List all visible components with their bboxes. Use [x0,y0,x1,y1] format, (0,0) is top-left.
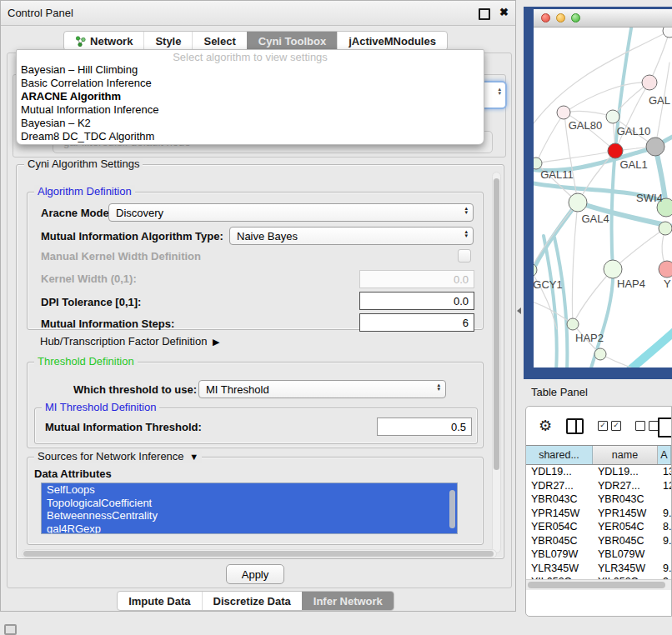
table-cell[interactable]: 9. [658,534,671,548]
close-traffic-light-icon[interactable] [541,13,550,22]
dpi-tolerance-field[interactable]: 0.0 [359,292,474,310]
hub-definition-expander[interactable]: Hub/Transcription Factor Definition ▶ [40,335,220,348]
node-label-hap4: HAP4 [617,278,645,290]
mi-threshold-field[interactable]: 0.5 [377,418,472,436]
minimize-traffic-light-icon[interactable] [556,13,565,22]
tab-style[interactable]: Style [143,32,192,50]
document-icon[interactable] [658,418,672,438]
combo-stepper-icon: ▴▾ [437,382,440,391]
algorithm-option-dream8-dc-tdc-algorithm[interactable]: Dream8 DC_TDC Algorithm [21,130,154,143]
settings-horizontal-scrollbar-thumb[interactable] [23,551,494,557]
network-node-hap2[interactable] [567,318,579,330]
network-node-gal80[interactable] [557,106,570,119]
table-row[interactable]: YBL079WYBL079W [526,548,671,562]
attribute-item-selfloops[interactable]: SelfLoops [42,483,457,497]
table-cell[interactable]: 9. [658,507,671,521]
select-all-columns-icon[interactable]: ✓✓ [598,421,621,431]
deselect-all-columns-icon[interactable] [635,421,659,431]
algorithm-option-bayesian-k2[interactable]: Bayesian – K2 [21,117,91,130]
table-row[interactable]: YDL19...YDL19...13 [526,465,671,479]
table-row[interactable]: YBR045CYBR045C9. [526,534,671,548]
table-cell[interactable]: 9. [658,562,671,576]
which-threshold-combo[interactable]: MI Threshold ▴▾ [198,380,446,398]
table-cell[interactable]: YBL079W [593,548,658,562]
tab-select[interactable]: Select [192,32,246,50]
network-node[interactable] [594,348,606,360]
table-cell[interactable]: YDL19... [526,465,593,479]
table-row[interactable]: YER054CYER054C8. [526,520,671,534]
table-cell[interactable]: YPR145W [593,507,658,521]
table-row[interactable]: YLR345WYLR345W9. [526,562,671,576]
attributes-list-scrollbar-thumb[interactable] [449,490,455,528]
panel-divider-collapse-icon[interactable] [517,308,521,314]
table-horizontal-scrollbar-thumb[interactable] [528,582,665,588]
table-cell[interactable]: YBR045C [526,534,593,548]
algorithm-option-bayesian-hill-climbing[interactable]: Bayesian – Hill Climbing [21,63,138,77]
aracne-mode-combo[interactable]: Discovery ▴▾ [108,203,474,222]
split-columns-icon[interactable] [566,418,584,434]
table-cell[interactable] [658,548,671,562]
network-node-hap4[interactable] [604,260,622,278]
table-cell[interactable]: YPR145W [526,507,593,521]
network-node-gal[interactable] [642,75,657,90]
table-cell[interactable]: YER054C [593,520,658,534]
column-header-shared[interactable]: shared... [526,446,593,464]
table-horizontal-scrollbar[interactable] [526,579,671,590]
algorithm-option-basic-correlation-inference[interactable]: Basic Correlation Inference [21,77,152,90]
settings-horizontal-scrollbar[interactable] [22,549,497,558]
zoom-traffic-light-icon[interactable] [571,13,580,22]
attribute-item-topologicalcoefficient[interactable]: TopologicalCoefficient [42,497,457,510]
table-cell[interactable]: YDR27... [593,479,658,493]
algorithm-option-mutual-information-inference[interactable]: Mutual Information Inference [21,103,158,117]
table-cell[interactable]: YBR043C [526,492,593,507]
algorithm-option-aracne-algorithm[interactable]: ARACNE Algorithm [21,90,121,103]
column-header-a[interactable]: A [658,446,671,464]
apply-button[interactable]: Apply [226,564,284,584]
table-cell[interactable]: 12 [658,479,671,493]
tab-network[interactable]: Network [64,32,143,50]
table-cell[interactable]: YBR045C [593,534,658,548]
network-node-gal11[interactable] [534,158,542,169]
dpi-tolerance-label: DPI Tolerance [0,1]: [41,296,141,308]
table-cell[interactable]: 13 [658,465,671,479]
network-node[interactable] [646,138,664,156]
table-row[interactable]: YDR27...YDR27...12 [526,479,671,493]
threshold-definition-title: Threshold Definition [34,355,138,368]
mi-steps-field[interactable]: 6 [359,313,474,332]
close-window-icon[interactable]: ✖ [499,6,509,18]
settings-vertical-scrollbar-thumb[interactable] [494,178,499,470]
network-node-gal4[interactable] [569,193,587,212]
table-cell[interactable]: YDR27... [526,479,593,493]
float-window-icon[interactable] [479,8,490,20]
network-node-y[interactable] [659,261,672,278]
network-node-gal10[interactable] [606,110,619,123]
settings-vertical-scrollbar[interactable] [492,172,501,553]
sources-group-title[interactable]: Sources for Network Inference ▼ [34,450,202,463]
mi-algorithm-type-combo[interactable]: Naive Bayes ▴▾ [229,227,474,245]
minimized-panel-icon[interactable] [4,624,17,635]
tab-discretize-data[interactable]: Discretize Data [202,592,302,610]
table-cell[interactable]: YBL079W [526,548,593,562]
network-canvas[interactable]: GALGAL80GAL10GAL1GAL11SWI4GAL4GCY1HAP4YH… [534,28,672,368]
table-cell[interactable]: YBR043C [593,492,658,507]
network-node-gal1[interactable] [608,143,623,158]
table-cell[interactable]: 8. [658,520,671,534]
table-cell[interactable]: YDL19... [593,465,658,479]
network-node[interactable] [663,28,672,38]
table-cell[interactable]: YLR345W [593,562,658,576]
attribute-item-betweennesscentrality[interactable]: BetweennessCentrality [42,509,457,522]
table-row[interactable]: YPR145WYPR145W9. [526,507,671,521]
gear-icon[interactable]: ⚙ [539,418,552,433]
tab-infer-network[interactable]: Infer Network [302,592,394,610]
network-node[interactable] [659,222,672,235]
tab-jactivemnodules[interactable]: jActiveMNodules [337,32,447,50]
data-attributes-list[interactable]: SelfLoopsTopologicalCoefficientBetweenne… [41,482,458,534]
table-cell[interactable]: YLR345W [526,562,593,576]
attribute-item-gal4rgexp[interactable]: gal4RGexp [42,522,457,535]
tab-cyni-toolbox[interactable]: Cyni Toolbox [247,32,337,50]
table-cell[interactable]: YER054C [526,520,593,534]
table-cell[interactable] [658,492,671,507]
column-header-name[interactable]: name [593,446,658,464]
table-row[interactable]: YBR043CYBR043C [526,492,671,507]
tab-impute-data[interactable]: Impute Data [118,592,201,610]
